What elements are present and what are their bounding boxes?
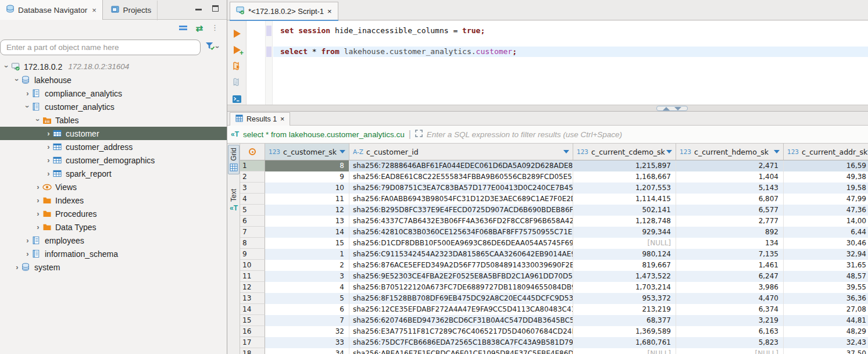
tree-item-tables-folder[interactable]: › Tables (0, 113, 227, 127)
grid-cell[interactable]: 1,680,761 (573, 337, 676, 348)
grid-cell[interactable]: [NULL] (573, 238, 676, 249)
grid-cell[interactable]: 929,344 (573, 227, 676, 238)
grid-cell[interactable]: 39,55 (784, 282, 868, 293)
grid-cell[interactable]: 1,369,589 (573, 326, 676, 337)
row-number[interactable]: 10 (240, 260, 265, 271)
expand-arrow[interactable]: › (23, 236, 32, 245)
tree-item-server[interactable]: › 172.18.0.2 172.18.0.2:31604 (0, 60, 227, 73)
execute-new-tab-button[interactable]: + (227, 42, 247, 58)
tree-item-indexes[interactable]: › Indexes (0, 194, 227, 207)
expand-arrow[interactable]: › (2, 62, 11, 71)
link-with-editor-icon[interactable]: ⇄ (195, 24, 203, 33)
table-row[interactable]: 135sha256:8F1528BB708DF69EB475DC92A8C20E… (240, 293, 868, 304)
tree-item-data-types[interactable]: › Data Types (0, 220, 227, 234)
table-row[interactable]: 1834sha256:ABEA16E7E1ECBDCA6E01CE1095D84… (240, 348, 868, 354)
grid-cell[interactable]: 1,215,897 (573, 160, 676, 171)
close-icon[interactable]: × (327, 7, 332, 16)
table-row[interactable]: 146sha256:12CE35EFDABF272A4A47E9FA9CC5D4… (240, 304, 868, 315)
expand-arrow[interactable]: › (34, 209, 42, 218)
close-icon[interactable]: × (92, 6, 97, 15)
grid-cell[interactable]: sha256:D1CDF8DBB10F500EA9693C86DE6DEAA05… (349, 238, 573, 249)
grid-cell[interactable]: 12 (265, 205, 349, 216)
grid-cell[interactable]: 1,207,553 (573, 183, 676, 194)
tree-item-customer[interactable]: › customer (0, 127, 227, 140)
editor-results-splitter[interactable] (227, 105, 868, 112)
grid-cell[interactable]: 5,143 (676, 183, 784, 194)
grid-cell[interactable]: 9 (265, 171, 349, 183)
grid-cell[interactable]: 2,777 (676, 216, 784, 227)
grid-cell[interactable]: 10 (265, 183, 349, 194)
grid-cell[interactable]: 16,59 (784, 160, 868, 171)
collapse-down-icon[interactable] (674, 107, 681, 110)
grid-cell[interactable]: 502,141 (573, 205, 676, 216)
row-number[interactable]: 11 (240, 271, 265, 282)
maximize-icon[interactable] (212, 5, 219, 12)
tab-sql-script[interactable]: *<172.18.0.2> Script-1 × (230, 2, 338, 20)
grid-cell[interactable]: 819,667 (573, 260, 676, 271)
grid-cell[interactable]: 36,36 (784, 293, 868, 304)
grid-cell[interactable]: sha256:8F1528BB708DF69EB475DC92A8C20EC44… (349, 293, 573, 304)
execute-script-button[interactable] (227, 58, 247, 74)
table-row[interactable]: 157sha256:620746BED947362BCD6CF31B0A4C54… (240, 315, 868, 326)
tree-item-information-schema[interactable]: › information_schema (0, 247, 227, 260)
column-menu-icon[interactable] (563, 150, 569, 153)
table-row[interactable]: 411sha256:FA0ABB6943B98054FC31D12D3E3AEC… (240, 194, 868, 205)
expand-arrow[interactable]: › (23, 102, 32, 111)
grid-cell[interactable]: 14,00 (784, 216, 868, 227)
grid-cell[interactable]: 1,404 (676, 171, 784, 183)
splitter-collapse-controls[interactable] (656, 106, 688, 111)
grid-cell[interactable]: 6,247 (676, 271, 784, 282)
row-number[interactable]: 7 (240, 227, 265, 238)
grid-cell[interactable]: 980,124 (573, 249, 676, 260)
column-menu-icon[interactable] (666, 150, 672, 153)
collapse-all-icon[interactable] (179, 25, 187, 31)
grid-cell[interactable]: 7,135 (676, 249, 784, 260)
grid-cell[interactable]: 34 (265, 348, 349, 354)
grid-cell[interactable]: 33 (265, 337, 349, 348)
grid-cell[interactable]: sha256:EAD8E61C8C22E555834FBBA9B60556CB2… (349, 171, 573, 183)
tree-item-procedures[interactable]: › Procedures (0, 207, 227, 220)
search-input[interactable] (0, 40, 201, 55)
column-header-c-customer-sk[interactable]: 123c_customer_sk (265, 144, 349, 160)
table-row[interactable]: 613sha256:4337C7AB6432E3B06FF4A3636FD2F8… (240, 216, 868, 227)
grid-cell[interactable]: 134 (676, 238, 784, 249)
expand-arrow[interactable]: › (13, 76, 22, 84)
grid-cell[interactable]: 14 (265, 227, 349, 238)
row-number[interactable]: 8 (240, 238, 265, 249)
table-row[interactable]: 124sha256:B705122120A673FC7DE6889727DB11… (240, 282, 868, 293)
grid-cell[interactable]: 1 (265, 249, 349, 260)
grid-cell[interactable]: 15 (265, 238, 349, 249)
row-number[interactable]: 15 (240, 315, 265, 326)
grid-cell[interactable]: sha256:B705122120A673FC7DE6889727DB11809… (349, 282, 573, 293)
grid-cell[interactable]: 19,58 (784, 183, 868, 194)
grid-cell[interactable]: 48,57 (784, 271, 868, 282)
expand-arrow[interactable]: › (44, 129, 53, 138)
expand-arrow[interactable]: › (13, 263, 22, 271)
table-row[interactable]: 18sha256:72888646ABF61FA044EDEC061D6DA5A… (240, 160, 868, 171)
table-row[interactable]: 113sha256:9E52303CE4FBA2E2F0525E8A5BFBD2… (240, 271, 868, 282)
tree-item-system[interactable]: › system (0, 260, 227, 274)
table-row[interactable]: 102sha256:876ACE5EFED349A2D56F77D5084891… (240, 260, 868, 271)
row-number[interactable]: 13 (240, 293, 265, 304)
close-icon[interactable]: × (280, 115, 284, 123)
grid-cell[interactable]: 5,823 (676, 337, 784, 348)
grid-cell[interactable]: 31,65 (784, 260, 868, 271)
grid-cell[interactable]: 7 (265, 315, 349, 326)
row-number[interactable]: 16 (240, 326, 265, 337)
row-number[interactable]: 4 (240, 194, 265, 205)
expand-arrow[interactable]: › (34, 116, 42, 124)
grid-cell[interactable]: sha256:876ACE5EFED349A2D56F77D5084891433… (349, 260, 573, 271)
grid-cell[interactable]: 6 (265, 304, 349, 315)
expand-arrow[interactable]: › (44, 169, 53, 178)
table-row[interactable]: 714sha256:42810C83B0360CE125634F068BAF8F… (240, 227, 868, 238)
tree-item-lakehouse[interactable]: › lakehouse (0, 73, 227, 87)
grid-cell[interactable]: 3,219 (676, 315, 784, 326)
grid-cell[interactable]: 32 (265, 326, 349, 337)
grid-cell[interactable]: sha256:620746BED947362BCD6CF31B0A4C547DD… (349, 315, 573, 326)
expand-arrow[interactable]: › (34, 223, 42, 231)
grid-cell[interactable]: 37,50 (784, 348, 868, 354)
code-area[interactable]: set session hide_inaccessible_columns = … (247, 21, 868, 105)
tree-item-views[interactable]: › Views (0, 180, 227, 194)
grid-cell[interactable]: 49,38 (784, 171, 868, 183)
grid-cell[interactable]: 6,163 (676, 326, 784, 337)
